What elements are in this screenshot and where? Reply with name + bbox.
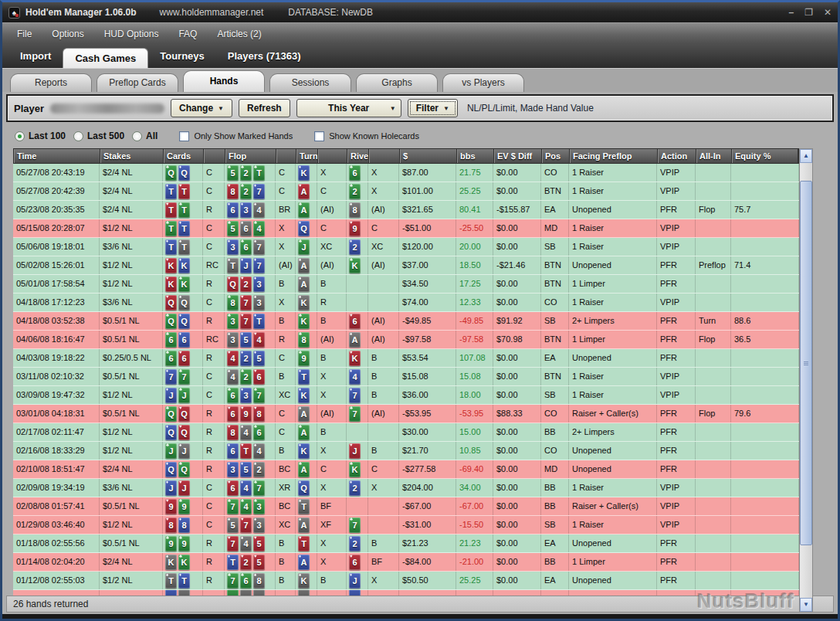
- cell-flop-action: [276, 590, 296, 596]
- table-row[interactable]: 04/18/08 03:52:38$0.5/1 NLQ♣Q♦R3♣7♥T♦BK♣…: [13, 312, 799, 331]
- scroll-down-icon[interactable]: ▼: [800, 598, 812, 612]
- radio-last-500[interactable]: Last 500: [73, 131, 124, 141]
- suit-icon: ♦: [241, 350, 243, 355]
- menu-item-hud-options[interactable]: HUD Options: [94, 23, 169, 45]
- table-row[interactable]: 01/18/08 02:55:56$0.5/1 NL9♣9♣R7♥4♠5♥BT♥…: [13, 534, 799, 553]
- suit-icon: ♥: [254, 368, 257, 374]
- col-header-blank[interactable]: $: [400, 149, 457, 163]
- card-tile: A♠: [298, 258, 310, 273]
- col-header-pos[interactable]: Pos: [542, 149, 570, 163]
- table-row[interactable]: 05/06/08 19:18:01$3/6 NLT♦T♠C3♦6♣7♠XJ♣XC…: [13, 238, 799, 256]
- col-header-turn[interactable]: Turn: [296, 149, 318, 163]
- col-header-spacer[interactable]: [204, 149, 225, 163]
- table-row[interactable]: 02/10/08 18:51:47$2/4 NLQ♦Q♣R3♦5♦2♠BCA♣C…: [13, 460, 799, 479]
- cell-river-action: B: [368, 349, 399, 367]
- table-row[interactable]: 05/27/08 20:42:39$2/4 NLT♦T♥C8♥2♣7♦CA♥C2…: [13, 182, 799, 201]
- table-row[interactable]: 04/18/08 17:12:23$3/6 NLQ♥Q♠C8♣7♥3♠XK♠R$…: [13, 294, 799, 312]
- cell-time: 05/02/08 15:26:01: [13, 256, 100, 274]
- cell-preflop-action: RC: [203, 256, 225, 274]
- menu-item-articles-2[interactable]: Articles (2): [207, 23, 271, 45]
- col-header-bbs[interactable]: bbs: [457, 149, 494, 163]
- cell-amount: $321.65: [399, 201, 456, 219]
- sub-tab-reports[interactable]: Reports: [10, 73, 92, 92]
- radio-label: All: [146, 131, 158, 141]
- col-header-stakes[interactable]: Stakes: [100, 149, 164, 163]
- checkbox-show-known-holecards[interactable]: Show Known Holecards: [314, 131, 419, 141]
- cell-stakes: $3/6 NL: [100, 238, 163, 256]
- suit-icon: ♣: [254, 387, 257, 392]
- col-header-cards[interactable]: Cards: [164, 149, 204, 163]
- col-header-action[interactable]: Action: [658, 149, 696, 163]
- scrollbar-thumb[interactable]: [800, 181, 812, 546]
- table-row[interactable]: 01/12/08 02:55:03$1/2 NLT♠T♦R7♣6♣8♠BK♠BJ…: [13, 572, 799, 590]
- cell-stakes: $0.5/1 NL: [100, 368, 163, 385]
- menu-item-file[interactable]: File: [7, 23, 42, 45]
- menu-item-options[interactable]: Options: [42, 23, 93, 45]
- main-tab-tourneys[interactable]: Tourneys: [148, 45, 216, 68]
- suit-icon: ♥: [350, 554, 353, 559]
- table-row-partial[interactable]: ♦♠♣♠♠♠♦: [13, 590, 799, 596]
- main-tab-cash-games[interactable]: Cash Games: [63, 48, 148, 68]
- sub-tab-hands[interactable]: Hands: [183, 70, 265, 92]
- table-row[interactable]: 04/06/08 18:16:47$0.5/1 NL6♣6♦RC3♠5♦4♥R8…: [13, 331, 799, 349]
- card-tile: 7♣: [253, 388, 265, 403]
- suit-icon: ♠: [254, 572, 256, 578]
- cell-river-card: 7♣: [347, 405, 368, 422]
- table-row[interactable]: 05/01/08 17:58:54$1/2 NLK♥K♣RQ♥2♥3♦BA♠B$…: [13, 275, 799, 294]
- table-row[interactable]: 02/09/08 19:34:19$3/6 NLJ♦J♥C6♥4♦7♣XRQ♦X…: [13, 479, 799, 497]
- scrollbar-track[interactable]: [800, 163, 812, 598]
- table-row[interactable]: 03/01/08 04:18:31$0.5/1 NLQ♣Q♥R6♥9♥8♥CA♠…: [13, 405, 799, 423]
- col-header-river[interactable]: River: [347, 149, 369, 163]
- table-row[interactable]: 01/14/08 02:04:20$2/4 NLK♠K♣RT♦2♥5♥BA♦X6…: [13, 553, 799, 572]
- table-row[interactable]: 05/23/08 20:35:35$2/4 NLT♥T♣R6♦3♦4♠BRA♣(…: [13, 201, 799, 219]
- sub-tab-graphs[interactable]: Graphs: [356, 73, 438, 92]
- col-header-ev-diff[interactable]: EV $ Diff: [494, 149, 542, 163]
- card-tile: 3♣: [253, 499, 265, 514]
- filter-button[interactable]: Filter ▼: [408, 99, 458, 117]
- scroll-up-icon[interactable]: ▲: [800, 149, 812, 163]
- maximize-button[interactable]: ❐: [804, 7, 813, 18]
- col-header-all-in[interactable]: All-In: [696, 149, 732, 163]
- refresh-button[interactable]: Refresh: [239, 99, 290, 117]
- date-range-select[interactable]: This Year ▼: [296, 99, 401, 117]
- col-header-spacer[interactable]: [276, 149, 296, 163]
- minimize-button[interactable]: –: [788, 7, 794, 18]
- table-row[interactable]: 02/08/08 01:57:41$0.5/1 NL9♥9♣C7♣4♣3♣BCT…: [13, 497, 799, 516]
- main-tab-import[interactable]: Import: [8, 45, 63, 68]
- sub-tab-vs-players[interactable]: vs Players: [442, 73, 524, 92]
- checkbox-only-show-marked-hands[interactable]: Only Show Marked Hands: [179, 131, 293, 141]
- suit-icon: ♦: [241, 461, 243, 467]
- table-row[interactable]: 02/16/08 18:33:29$1/2 NLJ♣J♠R6♦T♥4♠BK♦XJ…: [13, 442, 799, 460]
- table-row[interactable]: 02/17/08 02:11:47$1/2 NLQ♦Q♥R8♥4♠6♣CA♣B$…: [13, 423, 799, 442]
- table-row[interactable]: 03/11/08 02:10:32$0.5/1 NL7♦7♣C4♠2♣6♥BT♦…: [13, 368, 799, 386]
- vertical-scrollbar[interactable]: ▲ ▼: [799, 148, 813, 613]
- col-header-equity[interactable]: Equity %: [732, 149, 798, 163]
- sub-tab-preflop-cards[interactable]: Preflop Cards: [97, 73, 178, 92]
- col-header-flop[interactable]: Flop: [225, 149, 276, 163]
- cell-amount: -$53.95: [399, 405, 456, 422]
- col-header-spacer[interactable]: [318, 149, 347, 163]
- col-header-facing-preflop[interactable]: Facing Preflop: [570, 149, 658, 163]
- close-button[interactable]: ✕: [824, 7, 832, 18]
- cell-time: 02/17/08 02:11:47: [13, 423, 100, 441]
- main-tab-players-71363[interactable]: Players (71363): [216, 45, 313, 68]
- radio-all[interactable]: All: [132, 131, 158, 141]
- suit-icon: ♥: [241, 443, 244, 448]
- sub-tab-sessions[interactable]: Sessions: [269, 73, 351, 92]
- suit-icon: ♦: [299, 387, 301, 392]
- table-row[interactable]: 05/27/08 20:43:19$2/4 NLQ♣Q♦C5♣2♣T♣CK♦X6…: [13, 164, 799, 182]
- cell-turn-action: B: [317, 572, 347, 589]
- table-row[interactable]: 03/09/08 19:47:32$1/2 NLJ♦J♣C6♣3♦7♣XCK♦X…: [13, 386, 799, 405]
- cell-turn-action: (AI): [317, 256, 347, 274]
- table-row[interactable]: 04/03/08 19:18:22$0.25/0.5 NL6♣6♥R4♥2♦5♦…: [13, 349, 799, 368]
- table-row[interactable]: 05/15/08 20:28:07$1/2 NLT♣T♦C5♣6♠4♣XQ♦C9…: [13, 219, 799, 238]
- card-tile: J♣: [298, 239, 310, 255]
- change-player-button[interactable]: Change ▼: [171, 99, 232, 117]
- menu-item-faq[interactable]: FAQ: [168, 23, 207, 45]
- table-row[interactable]: 01/29/08 03:46:40$1/2 NL8♥8♦C5♠7♥3♠XCA♠X…: [13, 516, 799, 534]
- col-header-spacer[interactable]: [369, 149, 400, 163]
- table-row[interactable]: 05/02/08 15:26:01$1/2 NLK♥K♦RCT♠J♦7♦(AI)…: [13, 256, 799, 275]
- card-tile: 3♠: [227, 332, 239, 348]
- radio-last-100[interactable]: Last 100: [15, 131, 66, 141]
- col-header-time[interactable]: Time: [14, 149, 100, 163]
